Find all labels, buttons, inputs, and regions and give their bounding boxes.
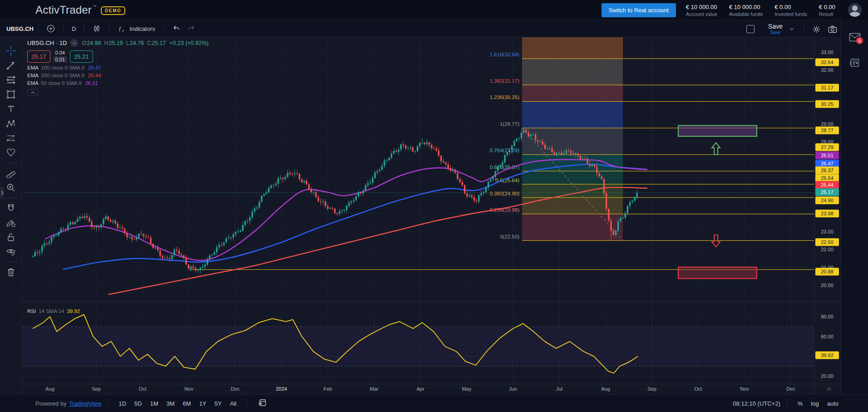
- trash-icon: [6, 267, 16, 277]
- svg-text:23.00: 23.00: [821, 229, 833, 234]
- up-arrow-marker: [712, 143, 720, 154]
- indicators-label: Indicators: [129, 25, 155, 32]
- redo-button[interactable]: [184, 23, 199, 34]
- range-5y-button[interactable]: 5Y: [211, 399, 226, 408]
- svg-text:0.618(26.37): 0.618(26.37): [490, 164, 519, 170]
- tick-size-value: 0.01: [53, 56, 67, 63]
- user-avatar[interactable]: [848, 3, 862, 17]
- range-3m-button[interactable]: 3M: [163, 399, 179, 408]
- change-value: +0.23 (+0.92%): [169, 40, 208, 46]
- go-to-date-icon: [258, 399, 266, 407]
- remove-drawings-button[interactable]: [3, 265, 19, 279]
- heart-icon: [6, 148, 16, 158]
- account-value-stat: € 10 000.00 Account value: [686, 4, 717, 17]
- crosshair-tool-button[interactable]: [3, 44, 19, 58]
- svg-text:32.00: 32.00: [821, 67, 833, 73]
- chart-style-button[interactable]: [89, 23, 104, 35]
- svg-text:Nov: Nov: [184, 386, 193, 392]
- rsi-legend[interactable]: RSI 14 SMA 14 39.92: [27, 308, 80, 314]
- price-axis[interactable]: 33.0032.0031.0030.0029.0028.0023.0022.00…: [815, 50, 839, 392]
- ema50-value: 26.51: [85, 80, 98, 86]
- result-label: Result: [819, 11, 835, 17]
- svg-text:26.37: 26.37: [821, 168, 833, 173]
- ohlc-values: O24.98 H25.19 L24.76 C25.17: [82, 40, 166, 46]
- legend-symbol-title[interactable]: UBSG.CH · 1D: [27, 40, 67, 46]
- timeframe-button[interactable]: D: [68, 24, 79, 34]
- drawing-tools-sidebar: [0, 37, 22, 394]
- range-1y-button[interactable]: 1Y: [195, 399, 211, 408]
- undo-button[interactable]: [168, 23, 184, 34]
- svg-text:Sep: Sep: [92, 386, 101, 392]
- indicator-row-ema50[interactable]: EMA 50 close 0 SMA 9 26.51: [27, 80, 208, 86]
- svg-text:Aug: Aug: [45, 386, 54, 392]
- svg-text:31.17: 31.17: [821, 85, 833, 90]
- watchlist-expand-handle[interactable]: ❯: [0, 187, 4, 199]
- favorites-tool-button[interactable]: [3, 145, 19, 160]
- switch-to-real-account-button[interactable]: Switch to Real account: [602, 3, 676, 17]
- indicators-button[interactable]: ƒx Indicators: [114, 23, 158, 35]
- layout-select-checkbox[interactable]: [746, 25, 755, 33]
- svg-text:Mar: Mar: [370, 386, 379, 392]
- range-5d-button[interactable]: 5D: [130, 399, 146, 408]
- svg-text:1(28.77): 1(28.77): [500, 121, 519, 127]
- forecast-tool-button[interactable]: [3, 131, 19, 145]
- svg-text:x: x: [122, 29, 124, 33]
- range-all-button[interactable]: All: [226, 399, 240, 408]
- sell-bid-button[interactable]: 25.17: [27, 50, 50, 63]
- demo-badge: DEMO: [101, 6, 125, 15]
- open-value: 24.98: [87, 40, 101, 46]
- low-value: 24.76: [130, 40, 144, 46]
- ema50-params: 50 close 0 SMA 9: [41, 80, 82, 86]
- trend-line-tool-button[interactable]: [3, 58, 19, 73]
- ema100-params: 100 close 0 SMA 9: [41, 65, 84, 70]
- auto-scale-button[interactable]: auto: [823, 399, 843, 408]
- gear-icon: [812, 25, 821, 34]
- chart-settings-button[interactable]: [809, 23, 824, 35]
- range-1d-button[interactable]: 1D: [114, 399, 130, 408]
- save-button[interactable]: Save Save: [768, 23, 783, 35]
- svg-text:0.382(24.90): 0.382(24.90): [490, 191, 519, 196]
- legend-collapse-button[interactable]: [27, 89, 38, 96]
- shapes-tool-button[interactable]: [3, 87, 19, 102]
- legend-collapse-icon[interactable]: −: [70, 39, 78, 47]
- hide-drawings-button[interactable]: [3, 244, 19, 259]
- percent-scale-button[interactable]: %: [794, 399, 807, 408]
- screenshot-button[interactable]: [824, 24, 841, 35]
- ema200-name: EMA: [27, 73, 39, 78]
- xabcd-pattern-icon: [6, 119, 16, 129]
- app-header: ActivTrader ™ DEMO Switch to Real accoun…: [0, 0, 868, 20]
- news-button[interactable]: [841, 58, 868, 67]
- range-1m-button[interactable]: 1M: [146, 399, 162, 408]
- log-scale-button[interactable]: log: [807, 399, 823, 408]
- magnet-mode-button[interactable]: [3, 201, 19, 215]
- brand-logo: ActivTrader ™ DEMO: [35, 4, 125, 16]
- range-6m-button[interactable]: 6M: [179, 399, 195, 408]
- symbol-label[interactable]: UBSG.CH: [6, 25, 34, 32]
- session-clock[interactable]: 08:12:10 (UTC+2): [733, 400, 780, 407]
- messages-button[interactable]: 5: [841, 33, 868, 42]
- result-stat: € 0.00 Result: [819, 4, 835, 17]
- buy-ask-button[interactable]: 25.21: [70, 50, 93, 63]
- svg-text:Aug: Aug: [601, 386, 610, 392]
- chart-legend: UBSG.CH · 1D − O24.98 H25.19 L24.76 C25.…: [27, 39, 208, 96]
- indicator-row-ema100[interactable]: EMA 100 close 0 SMA 9 26.47: [27, 65, 208, 70]
- pattern-tool-button[interactable]: [3, 116, 19, 131]
- measure-tool-button[interactable]: [3, 166, 19, 180]
- compare-add-symbol-button[interactable]: [43, 23, 59, 35]
- low-key: L: [126, 40, 129, 46]
- svg-text:Jun: Jun: [509, 386, 517, 392]
- stay-in-drawing-mode-button[interactable]: [3, 215, 19, 230]
- indicator-row-ema200[interactable]: EMA 200 close 0 SMA 9 25.44: [27, 73, 208, 78]
- time-axis[interactable]: AugSepOctNovDec2024FebMarAprMayJunJulAug…: [45, 386, 795, 392]
- go-to-date-button[interactable]: [254, 397, 271, 409]
- chevron-down-icon[interactable]: [788, 25, 795, 33]
- tradingview-link[interactable]: TradingView: [69, 400, 102, 407]
- svg-text:26.51: 26.51: [821, 153, 833, 158]
- fib-retracement-tool-button[interactable]: [3, 73, 19, 87]
- account-value: € 10 000.00: [686, 4, 717, 10]
- text-tool-button[interactable]: [3, 102, 19, 116]
- brand-name: ActivTrader: [35, 4, 92, 16]
- zoom-in-tool-button[interactable]: [3, 180, 19, 195]
- bid-ask-panel: 25.17 0.04 0.01 25.21: [27, 50, 208, 63]
- lock-drawings-button[interactable]: [3, 230, 19, 244]
